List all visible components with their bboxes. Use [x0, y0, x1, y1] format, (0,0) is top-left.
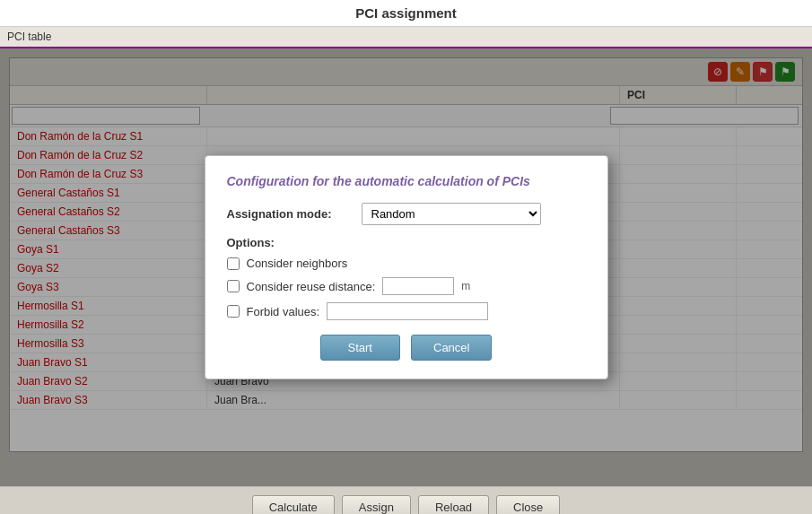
reuse-unit: m	[461, 280, 470, 292]
bottom-bar: Calculate Assign Reload Close	[0, 486, 812, 514]
consider-reuse-checkbox[interactable]	[227, 280, 240, 292]
reuse-distance-input[interactable]	[382, 277, 454, 295]
title-bar: PCI assignment	[0, 0, 812, 27]
modal-dialog: Configuration for the automatic calculat…	[205, 155, 608, 379]
calculate-button[interactable]: Calculate	[252, 495, 335, 515]
assign-button[interactable]: Assign	[342, 495, 411, 515]
assignation-mode-label: Assignation mode:	[227, 207, 362, 221]
reload-button[interactable]: Reload	[418, 495, 489, 515]
forbid-values-label: Forbid values:	[247, 305, 320, 318]
consider-neighbors-checkbox[interactable]	[227, 257, 240, 270]
consider-reuse-row: Consider reuse distance: m	[227, 277, 586, 295]
main-area: ⊘ ✎ ⚑ ⚑ PCI Don Ramón de la Cruz S1Don R…	[0, 48, 812, 486]
options-label: Options:	[227, 236, 586, 249]
start-button[interactable]: Start	[320, 335, 400, 361]
close-button[interactable]: Close	[496, 495, 560, 515]
assignation-mode-select[interactable]: Random Sequential Optimized	[362, 203, 541, 225]
consider-neighbors-label: Consider neighbors	[247, 257, 348, 270]
cancel-button[interactable]: Cancel	[411, 335, 492, 361]
forbid-values-input[interactable]	[327, 302, 488, 320]
forbid-values-row: Forbid values:	[227, 302, 586, 320]
consider-reuse-label: Consider reuse distance:	[247, 280, 376, 293]
pci-table-label: PCI table	[7, 30, 51, 43]
modal-title: Configuration for the automatic calculat…	[227, 174, 586, 188]
app-title: PCI assignment	[355, 5, 457, 21]
modal-overlay: Configuration for the automatic calculat…	[0, 48, 812, 486]
menu-bar: PCI table	[0, 27, 812, 48]
consider-neighbors-row: Consider neighbors	[227, 257, 586, 270]
forbid-values-checkbox[interactable]	[227, 305, 240, 318]
assignation-mode-row: Assignation mode: Random Sequential Opti…	[227, 203, 586, 225]
modal-buttons: Start Cancel	[227, 335, 586, 361]
